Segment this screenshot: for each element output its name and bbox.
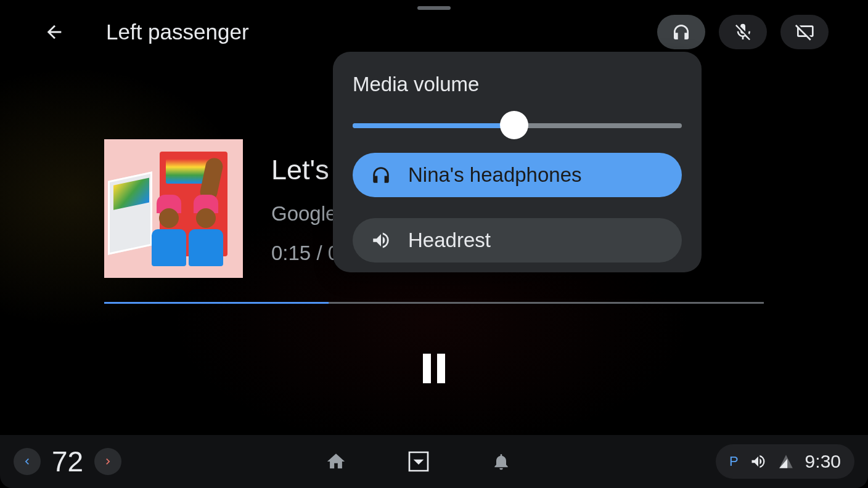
audio-device-headphones[interactable]: Nina's headphones — [353, 153, 682, 197]
chevron-right-icon — [102, 455, 114, 468]
volume-icon[interactable] — [750, 453, 767, 470]
playback-progress[interactable] — [104, 302, 764, 304]
album-art — [104, 139, 243, 278]
bell-icon — [491, 452, 511, 471]
playback-progress-fill — [104, 302, 329, 304]
home-icon — [326, 451, 346, 472]
back-button[interactable] — [39, 17, 69, 47]
slider-thumb[interactable] — [500, 111, 528, 139]
status-cluster: P 9:30 — [716, 444, 854, 479]
home-button[interactable] — [322, 448, 350, 475]
screen-off-icon — [795, 22, 814, 42]
notifications-button[interactable] — [488, 448, 515, 475]
page-title: Left passenger — [106, 20, 249, 44]
app-drawer-button[interactable] — [405, 448, 432, 475]
chevron-left-icon — [21, 455, 33, 468]
chevron-down-box-icon — [406, 449, 431, 474]
volume-panel-title: Media volume — [353, 73, 682, 96]
device-label: Headrest — [408, 229, 491, 252]
speaker-icon — [370, 229, 392, 251]
temp-down-button[interactable] — [14, 448, 41, 475]
parked-indicator: P — [729, 453, 739, 470]
nav-center — [322, 448, 515, 475]
volume-panel: Media volume Nina's headphones Headrest — [333, 52, 702, 272]
device-label: Nina's headphones — [408, 163, 582, 187]
media-meta: Let's Google 0:15 / 0 — [271, 139, 339, 278]
arrow-left-icon — [44, 22, 65, 43]
track-artist: Google — [271, 202, 339, 226]
pause-icon — [437, 354, 445, 383]
pause-button[interactable] — [423, 354, 445, 383]
headphones-icon — [370, 164, 392, 186]
mic-off-icon — [733, 22, 753, 42]
mic-off-toggle[interactable] — [719, 15, 767, 49]
volume-slider[interactable] — [353, 120, 682, 132]
slider-fill — [353, 123, 514, 128]
media-row: Let's Google 0:15 / 0 — [104, 139, 339, 278]
signal-icon — [778, 453, 794, 470]
elapsed-time: 0:15 — [271, 242, 311, 264]
track-time: 0:15 / 0 — [271, 242, 339, 265]
temp-up-button[interactable] — [94, 448, 121, 475]
headphones-toggle[interactable] — [657, 15, 705, 49]
headphones-icon — [671, 22, 691, 42]
clock: 9:30 — [805, 451, 841, 472]
audio-device-headrest[interactable]: Headrest — [353, 218, 682, 262]
header-bar: Left passenger — [0, 14, 868, 51]
pause-icon — [423, 354, 431, 383]
temperature-value: 72 — [52, 445, 83, 478]
bottom-bar: 72 P 9:30 — [0, 435, 868, 488]
track-title: Let's — [271, 154, 339, 186]
drag-handle[interactable] — [417, 6, 451, 10]
cast-off-toggle[interactable] — [780, 15, 829, 49]
